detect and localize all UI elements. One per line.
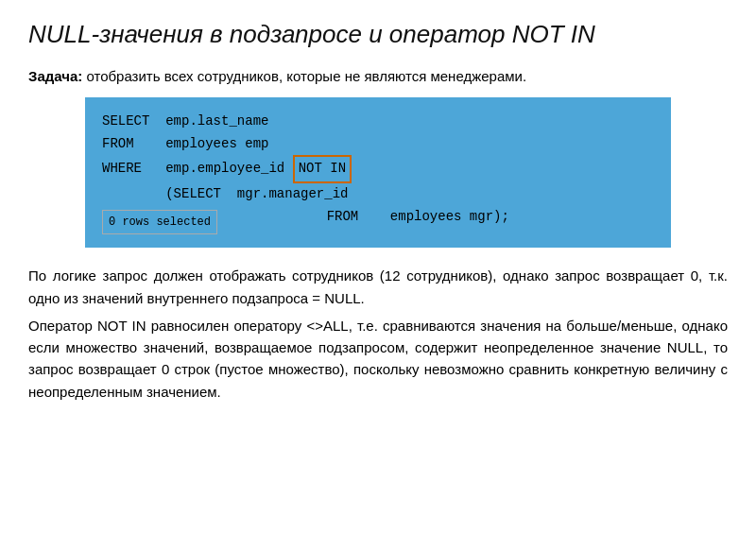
code-line-3: WHERE emp.employee_id NOT IN xyxy=(102,155,654,183)
code-text-5: FROM employees mgr); xyxy=(255,206,509,229)
code-text-1: SELECT emp.last_name xyxy=(102,111,268,133)
code-line-1: SELECT emp.last_name xyxy=(102,111,654,133)
page-title: NULL-значения в подзапросе и оператор NO… xyxy=(28,19,728,51)
code-rest-2: employees emp xyxy=(134,133,269,156)
zero-rows-badge: 0 rows selected xyxy=(102,210,217,234)
task-label: Задача: xyxy=(28,68,82,84)
code-kw-3: WHERE xyxy=(102,158,142,181)
code-line-2: FROM employees emp xyxy=(102,133,654,156)
not-in-highlight: NOT IN xyxy=(293,155,352,183)
code-text-4: (SELECT mgr.manager_id xyxy=(102,183,348,206)
description-p1: По логике запрос должен отображать сотру… xyxy=(28,265,728,309)
task-line: Задача: отобразить всех сотрудников, кот… xyxy=(28,68,728,84)
code-line-4: (SELECT mgr.manager_id xyxy=(102,183,654,206)
code-block: SELECT emp.last_name FROM employees emp … xyxy=(85,97,671,249)
description-p2: Оператор NOT IN равносилен оператору <>A… xyxy=(28,315,728,403)
code-rest-3: emp.employee_id xyxy=(142,158,293,181)
badge-container: 0 rows selected xyxy=(102,206,217,234)
code-kw-2: FROM xyxy=(102,133,134,156)
code-line-5-row: 0 rows selected FROM employees mgr); xyxy=(102,206,654,234)
code-block-wrapper: SELECT emp.last_name FROM employees emp … xyxy=(28,97,728,249)
task-text: отобразить всех сотрудников, которые не … xyxy=(82,68,526,84)
description-block: По логике запрос должен отображать сотру… xyxy=(28,265,728,403)
